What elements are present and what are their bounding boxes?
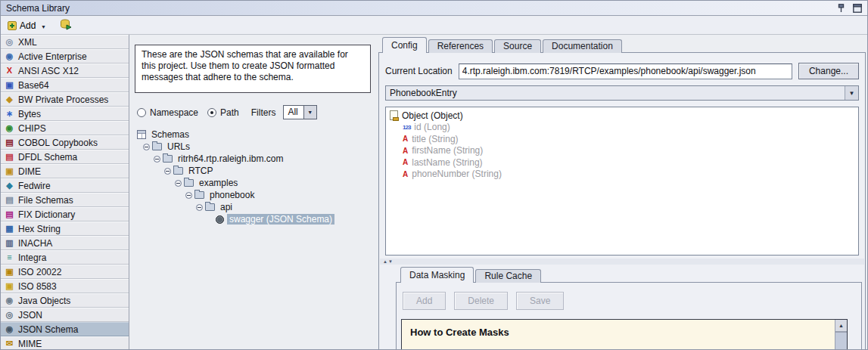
tab-source[interactable]: Source <box>494 39 541 53</box>
object-tree-node[interactable]: A title (String) <box>390 133 854 145</box>
scroll-up-arrow-icon[interactable] <box>835 320 847 332</box>
object-tree-node[interactable]: A phoneNumber (String) <box>390 169 854 181</box>
mime-icon: ✉ <box>5 339 14 348</box>
object-tree-node[interactable]: A firstName (String) <box>390 145 854 157</box>
filters-dropdown-arrow-icon[interactable] <box>303 106 316 119</box>
sidebar-item[interactable]: ▣ ISO 8583 <box>1 279 129 293</box>
filters-label: Filters <box>251 107 276 118</box>
mask-help-title: How to Create Masks <box>402 320 847 338</box>
sidebar-item[interactable]: ◎ JSON <box>1 308 129 322</box>
object-tree-node[interactable]: A lastName (String) <box>390 156 854 169</box>
filters-combobox[interactable]: All <box>283 105 316 119</box>
import-schema-button[interactable] <box>58 17 73 34</box>
iso-8583-icon: ▣ <box>5 281 14 291</box>
tree-node[interactable]: RTCP <box>137 165 375 177</box>
data-masking-panel: Add Delete Save How to Create Masks <box>396 282 862 350</box>
json-icon: ◎ <box>5 310 14 320</box>
active-enterprise-icon: ◉ <box>5 51 14 61</box>
tab-documentation[interactable]: Documentation <box>543 39 622 53</box>
sidebar-item[interactable]: ✉ MIME <box>1 336 129 349</box>
save-mask-button[interactable]: Save <box>516 292 564 310</box>
schema-type-list: ◎ XML ◉ Active Enterprise X ANSI ASC X12… <box>1 35 129 349</box>
sidebar-item[interactable]: ▤ COBOL Copybooks <box>1 135 129 150</box>
schema-library-window: Schema Library Add ◎ XML ◉ <box>0 0 868 350</box>
add-dropdown-arrow-icon[interactable] <box>39 20 48 31</box>
change-location-button[interactable]: Change... <box>798 63 859 79</box>
tab-config[interactable]: Config <box>382 37 427 53</box>
tree-expand-handle-icon[interactable] <box>154 156 160 163</box>
schema-tree: Schemas URLs ritrh64.rtp.raleigh.ibm.com… <box>137 129 375 348</box>
json-schema-icon: ◉ <box>5 324 14 334</box>
tree-expand-handle-icon[interactable] <box>143 144 150 150</box>
fix-dictionary-icon: ▤ <box>5 209 14 219</box>
float-window-icon[interactable] <box>852 3 863 14</box>
tree-node[interactable]: Schemas <box>137 129 375 141</box>
tree-node[interactable]: api <box>137 201 375 213</box>
sidebar-item[interactable]: X ANSI ASC X12 <box>1 63 129 78</box>
tab-rule-cache[interactable]: Rule Cache <box>475 269 541 283</box>
string-icon: A <box>403 147 408 155</box>
window-title: Schema Library <box>1 3 70 14</box>
object-tree-node[interactable]: Object (Object) <box>390 110 854 122</box>
filters-selected-value: All <box>284 106 303 119</box>
sidebar-item[interactable]: ▤ FIX Dictionary <box>1 207 129 221</box>
base64-icon: ▣ <box>5 80 14 90</box>
add-mask-button[interactable]: Add <box>403 292 446 310</box>
cobol-copybooks-icon: ▤ <box>5 138 14 147</box>
tab-data-masking[interactable]: Data Masking <box>400 267 474 283</box>
tab-references[interactable]: References <box>428 39 493 53</box>
sidebar-item[interactable]: ▦ Hex String <box>1 221 129 236</box>
sidebar-item[interactable]: ▣ ISO 20022 <box>1 265 129 279</box>
folder-icon <box>184 179 194 187</box>
tree-expand-handle-icon[interactable] <box>185 192 192 199</box>
sidebar-item[interactable]: ◆ BW Private Processes <box>1 92 129 107</box>
current-location-field[interactable] <box>459 63 792 79</box>
sidebar-item[interactable]: ▣ DIME <box>1 164 129 178</box>
tree-expand-handle-icon[interactable] <box>164 168 171 175</box>
sidebar-item[interactable]: ▣ Base64 <box>1 78 129 92</box>
tree-node[interactable]: swagger (JSON Schema) <box>137 213 375 225</box>
path-radio-label: Path <box>220 107 239 118</box>
tree-node[interactable]: examples <box>137 177 375 189</box>
sidebar-item[interactable]: ◆ Fedwire <box>1 178 129 193</box>
delete-mask-button[interactable]: Delete <box>454 292 508 310</box>
entry-selected-value: PhonebookEntry <box>386 86 845 100</box>
current-location-label: Current Location <box>385 66 453 76</box>
schema-detail-panel: Config References Source Documentation C… <box>377 35 867 349</box>
tree-node[interactable]: phonebook <box>137 189 375 201</box>
object-tree-node[interactable]: 123 id (Long) <box>390 122 854 134</box>
sidebar-item[interactable]: ≡ Integra <box>1 250 129 265</box>
horizontal-splitter[interactable]: ▲▼ <box>380 259 864 265</box>
help-scrollbar[interactable] <box>835 320 847 350</box>
namespace-radio[interactable] <box>137 108 146 117</box>
sidebar-item[interactable]: ◎ XML <box>1 35 129 49</box>
add-button[interactable]: Add <box>5 18 51 33</box>
bw-private-processes-icon: ◆ <box>5 94 14 104</box>
sidebar-item[interactable]: ▥ INACHA <box>1 236 129 250</box>
sidebar-item[interactable]: ▤ DFDL Schema <box>1 150 129 164</box>
sidebar-item[interactable]: ∗ Bytes <box>1 107 129 121</box>
sidebar-item[interactable]: ◉ CHIPS <box>1 121 129 135</box>
tree-expand-handle-icon[interactable] <box>196 204 203 211</box>
dime-icon: ▣ <box>5 166 14 176</box>
sidebar-item[interactable]: ◉ Java Objects <box>1 293 129 308</box>
scrollbar-thumb[interactable] <box>835 332 847 350</box>
folder-icon <box>173 167 183 175</box>
titlebar[interactable]: Schema Library <box>1 1 867 16</box>
pin-icon[interactable] <box>835 3 846 14</box>
fedwire-icon: ◆ <box>5 181 14 190</box>
sidebar-item[interactable]: ◉ Active Enterprise <box>1 49 129 63</box>
tree-node[interactable]: URLs <box>137 141 375 153</box>
entry-combobox[interactable]: PhonebookEntry <box>385 85 859 101</box>
string-icon: A <box>403 135 408 143</box>
splitter-collapse-arrows-icon[interactable]: ▲▼ <box>383 259 394 264</box>
sidebar-item[interactable]: ◉ JSON Schema <box>1 322 129 336</box>
sidebar-item[interactable]: ▤ File Schemas <box>1 193 129 207</box>
dfdl-schema-icon: ▤ <box>5 152 14 162</box>
integra-icon: ≡ <box>5 252 14 262</box>
entry-dropdown-arrow-icon[interactable] <box>845 86 858 100</box>
folder-icon <box>205 203 215 211</box>
tree-node[interactable]: ritrh64.rtp.raleigh.ibm.com <box>137 153 375 165</box>
path-radio[interactable] <box>207 108 216 117</box>
tree-expand-handle-icon[interactable] <box>175 180 182 187</box>
